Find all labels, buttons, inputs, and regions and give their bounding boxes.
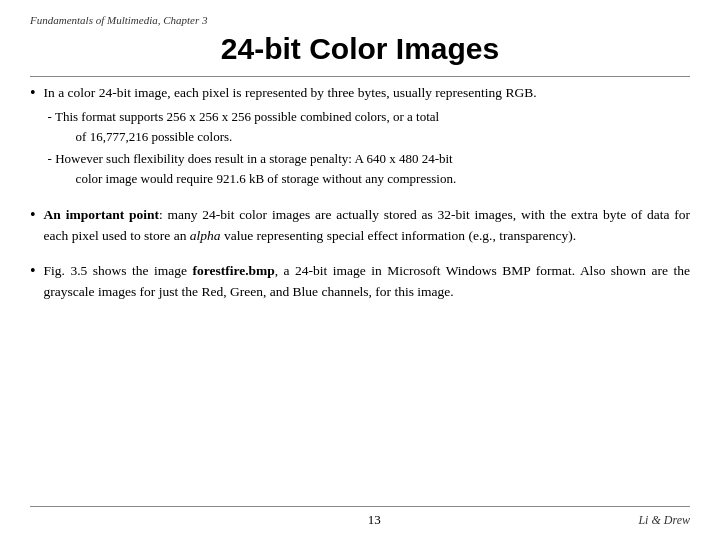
footer-page-number: 13 (110, 512, 638, 528)
sub-item-1: - This format supports 256 x 256 x 256 p… (48, 107, 690, 147)
sub-items-1: - This format supports 256 x 256 x 256 p… (48, 107, 690, 190)
bullet-icon-1: • (30, 84, 36, 102)
bullet-section-1: • In a color 24-bit image, each pixel is… (30, 83, 690, 191)
bullet-icon-3: • (30, 262, 36, 280)
page-title: 24-bit Color Images (30, 32, 690, 66)
bullet3-bold: forestfire.bmp (192, 263, 274, 278)
bullet-content-2: An important point: many 24-bit color im… (44, 205, 690, 247)
alpha-text: alpha (190, 228, 221, 243)
sub-item-2: - However such flexibility does result i… (48, 149, 690, 189)
bullet-content-1: In a color 24-bit image, each pixel is r… (44, 83, 690, 191)
bullet-section-3: • Fig. 3.5 shows the image forestfire.bm… (30, 261, 690, 303)
footer-author: Li & Drew (638, 513, 690, 528)
content-area: • In a color 24-bit image, each pixel is… (30, 83, 690, 506)
bullet-content-3: Fig. 3.5 shows the image forestfire.bmp,… (44, 261, 690, 303)
page-container: Fundamentals of Multimedia, Chapter 3 24… (0, 0, 720, 540)
header-area: Fundamentals of Multimedia, Chapter 3 24… (30, 14, 690, 77)
bullet3-text1: Fig. 3.5 shows the image (44, 263, 193, 278)
subtitle: Fundamentals of Multimedia, Chapter 3 (30, 14, 690, 26)
bullet1-main: In a color 24-bit image, each pixel is r… (44, 85, 537, 100)
sub-item-2-continuation: color image would require 921.6 kB of st… (62, 171, 457, 186)
bullet2-bold-start: An important point (44, 207, 159, 222)
sub-item-1-continuation: of 16,777,216 possible colors. (62, 129, 233, 144)
bullet-icon-2: • (30, 206, 36, 224)
bullet2-text2: value representing special effect inform… (221, 228, 576, 243)
bullet-section-2: • An important point: many 24-bit color … (30, 205, 690, 247)
footer-area: 13 Li & Drew (30, 506, 690, 528)
